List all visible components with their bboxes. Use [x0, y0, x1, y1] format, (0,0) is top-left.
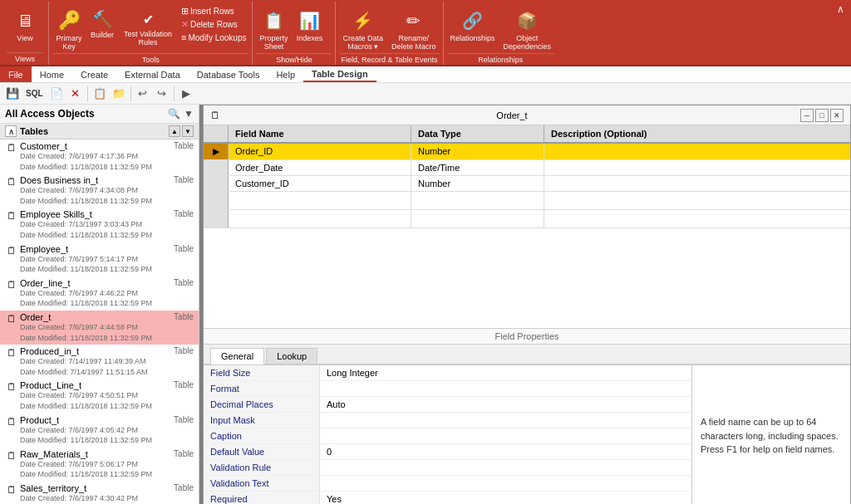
field-properties-header: Field Properties: [204, 329, 850, 345]
insert-rows-button[interactable]: ⊞ Insert Rows: [179, 5, 248, 17]
ribbon-collapse-button[interactable]: ∧: [832, 2, 849, 17]
redo-button[interactable]: ↪: [153, 85, 171, 103]
delete-rows-label: Delete Rows: [190, 20, 238, 29]
copy-button[interactable]: 📄: [47, 85, 66, 103]
list-item[interactable]: 🗒 Product_t Table Date Created: 7/6/1997…: [0, 413, 199, 448]
showhide-group-label: Show/Hide: [256, 53, 332, 66]
fp-value[interactable]: [320, 476, 691, 491]
tab-help[interactable]: Help: [268, 66, 303, 82]
fp-row: Caption: [204, 428, 691, 444]
grid-header: Field Name Data Type Description (Option…: [204, 125, 850, 144]
cell-description[interactable]: [544, 144, 850, 159]
ribbon-group-views: 🖥 View Views: [2, 2, 49, 65]
tab-file[interactable]: File: [0, 66, 32, 82]
list-item[interactable]: 🗒 Employee_t Table Date Created: 7/6/199…: [0, 242, 199, 276]
list-item[interactable]: 🗒 Raw_Materials_t Table Date Created: 7/…: [0, 448, 199, 482]
tab-table-design[interactable]: Table Design: [303, 66, 376, 82]
view-button[interactable]: 🖥 View: [7, 5, 43, 45]
item-meta: Date Created: 7/6/1997 4:44:58 PMDate Mo…: [20, 322, 194, 343]
paste-button[interactable]: 📋: [91, 85, 109, 103]
builder-button[interactable]: 🔨 Builder: [87, 5, 117, 42]
more-button[interactable]: ▶: [177, 85, 195, 103]
list-item[interactable]: 🗒 Produced_in_t Table Date Created: 7/14…: [0, 345, 199, 379]
cut-button[interactable]: 📁: [110, 85, 128, 103]
fp-label: Input Mask: [204, 413, 320, 428]
cell-fieldname[interactable]: Customer_ID: [229, 176, 411, 191]
list-item[interactable]: 🗒 Sales_territory_t Table Date Created: …: [0, 482, 199, 504]
grid-row[interactable]: ▶ Order_ID Number: [204, 144, 850, 160]
item-name: Product_Line_t: [20, 380, 81, 390]
cell-fieldname[interactable]: Order_Date: [229, 160, 411, 175]
item-name: Produced_in_t: [20, 346, 79, 356]
fp-row: Validation Text: [204, 476, 691, 492]
window-minimize-button[interactable]: ─: [800, 109, 814, 122]
test-validation-button[interactable]: ✔ Test Validation Rules: [119, 5, 177, 50]
save-button[interactable]: 💾: [3, 85, 22, 103]
list-item-selected[interactable]: 🗒 Order_t Table Date Created: 7/6/1997 4…: [0, 311, 199, 345]
undo-button[interactable]: ↩: [134, 85, 152, 103]
create-data-macros-button[interactable]: ⚡ Create DataMacros ▾: [339, 5, 386, 53]
panel-search-icon[interactable]: 🔍: [168, 108, 180, 120]
tables-collapse-button[interactable]: ∧: [5, 125, 17, 137]
toolbar: 💾 SQL 📄 ✕ 📋 📁 ↩ ↪ ▶: [0, 83, 851, 105]
window-maximize-button[interactable]: □: [815, 109, 829, 122]
tab-create[interactable]: Create: [72, 66, 116, 82]
list-item[interactable]: 🗒 Order_line_t Table Date Created: 7/6/1…: [0, 276, 199, 311]
scroll-up-button[interactable]: ▲: [169, 125, 180, 137]
ribbon-group-tools: 🔑 PrimaryKey 🔨 Builder ✔ Test Validation…: [49, 2, 253, 65]
fp-value[interactable]: [320, 460, 691, 475]
rename-delete-button[interactable]: ✏ Rename/Delete Macro: [388, 5, 440, 53]
sql-button[interactable]: SQL: [22, 85, 47, 103]
grid-row[interactable]: Customer_ID Number: [204, 176, 850, 192]
fp-value[interactable]: Auto: [320, 397, 691, 412]
grid-row-empty[interactable]: [204, 192, 850, 210]
cell-datatype[interactable]: Number: [411, 176, 544, 191]
fp-tab-lookup[interactable]: Lookup: [266, 348, 317, 364]
fp-row: Field Size Long Integer: [204, 365, 691, 381]
cell-fieldname[interactable]: Order_ID: [229, 144, 411, 159]
table-icon: 🗒: [7, 313, 17, 325]
tab-database-tools[interactable]: Database Tools: [189, 66, 268, 82]
grid-header-fieldname: Field Name: [229, 125, 411, 142]
view-label: View: [17, 34, 32, 42]
fp-value[interactable]: [320, 428, 691, 443]
fp-value[interactable]: 0: [320, 444, 691, 459]
tab-external-data[interactable]: External Data: [116, 66, 189, 82]
grid-header-selector: [204, 125, 229, 142]
fp-tab-general[interactable]: General: [210, 348, 264, 365]
cell-description[interactable]: [544, 160, 850, 175]
object-dependencies-label: ObjectDependencies: [504, 34, 552, 51]
window-close-button[interactable]: ✕: [830, 109, 844, 122]
cell-description[interactable]: [544, 176, 850, 191]
property-sheet-button[interactable]: 📋 PropertySheet: [256, 5, 291, 53]
grid-row[interactable]: Order_Date Date/Time: [204, 160, 850, 176]
scroll-down-button[interactable]: ▼: [182, 125, 194, 137]
tab-home[interactable]: Home: [32, 66, 72, 82]
relationships-button[interactable]: 🔗 Relationships: [447, 5, 499, 45]
cell-datatype[interactable]: Number: [411, 144, 544, 159]
list-item[interactable]: 🗒 Does Business in_t Table Date Created:…: [0, 174, 199, 208]
table-design-window: 🗒 Order_t ─ □ ✕ Field Name Data Type Des…: [203, 105, 851, 504]
cell-datatype[interactable]: Date/Time: [411, 160, 544, 175]
fp-value[interactable]: [320, 381, 691, 396]
list-item[interactable]: 🗒 Product_Line_t Table Date Created: 7/6…: [0, 379, 199, 413]
list-item[interactable]: 🗒 Customer_t Table Date Created: 7/6/199…: [0, 139, 199, 174]
delete-rows-button[interactable]: ✕ Delete Rows: [179, 18, 248, 31]
indexes-button[interactable]: 📊 Indexes: [293, 5, 327, 45]
list-item[interactable]: 🗒 Employee Skills_t Table Date Created: …: [0, 208, 199, 242]
primary-key-button[interactable]: 🔑 PrimaryKey: [52, 5, 86, 53]
fp-value[interactable]: [320, 413, 691, 428]
fp-label: Field Size: [204, 365, 320, 380]
item-name: Employee_t: [20, 244, 68, 254]
fp-table: Field Size Long Integer Format Decimal P…: [204, 365, 692, 504]
modify-lookups-button[interactable]: ≡ Modify Lookups: [179, 32, 248, 43]
panel-options-icon[interactable]: ▼: [184, 108, 194, 120]
grid-row-empty[interactable]: [204, 210, 850, 228]
close-red-button[interactable]: ✕: [66, 85, 85, 103]
object-dependencies-button[interactable]: 📦 ObjectDependencies: [500, 5, 555, 53]
events-group-label: Field, Record & Table Events: [339, 53, 439, 66]
fp-value[interactable]: Yes: [320, 492, 691, 504]
fp-value[interactable]: Long Integer: [320, 365, 691, 380]
fp-label: Format: [204, 381, 320, 396]
ribbon-group-showhide: 📋 PropertySheet 📊 Indexes Show/Hide: [253, 2, 336, 65]
